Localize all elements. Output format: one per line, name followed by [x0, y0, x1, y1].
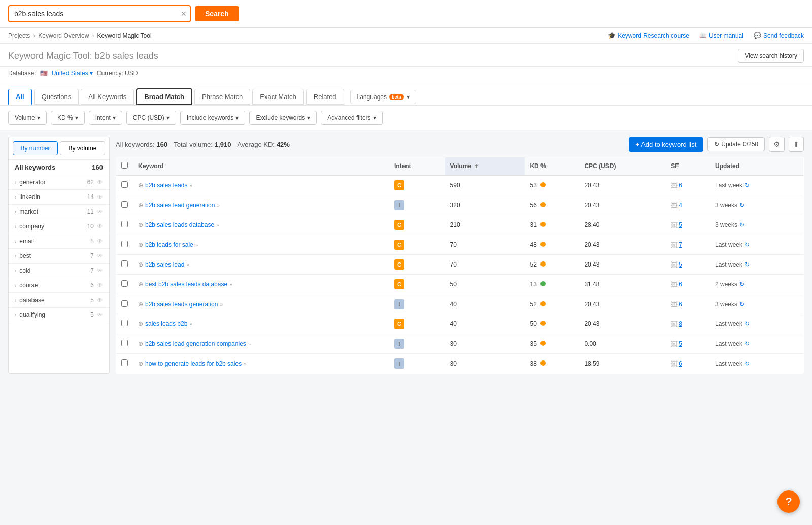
add-to-keyword-list-button[interactable]: + Add to keyword list	[629, 137, 704, 152]
eye-icon[interactable]: 👁	[97, 252, 103, 259]
sidebar-item-generator[interactable]: › generator 62 👁	[9, 175, 109, 190]
keyword-link[interactable]: ⊕ sales leads b2b »	[138, 320, 384, 327]
breadcrumb-projects[interactable]: Projects	[8, 32, 30, 39]
row-checkbox[interactable]	[121, 201, 128, 208]
tab-related[interactable]: Related	[306, 89, 344, 105]
tab-broad-match[interactable]: Broad Match	[136, 88, 192, 105]
row-checkbox[interactable]	[121, 320, 128, 326]
cpc-filter[interactable]: CPC (USD) ▾	[126, 111, 176, 125]
kd-column-header[interactable]: KD %	[525, 157, 579, 176]
select-all-checkbox[interactable]	[121, 162, 128, 169]
languages-button[interactable]: Languages beta ▾	[350, 90, 416, 104]
sf-number[interactable]: 5	[679, 261, 682, 268]
sort-by-volume-button[interactable]: By volume	[60, 141, 105, 155]
row-checkbox[interactable]	[121, 260, 128, 267]
keyword-link[interactable]: ⊕ b2b sales leads »	[138, 182, 384, 189]
eye-icon[interactable]: 👁	[97, 267, 103, 274]
eye-icon[interactable]: 👁	[97, 179, 103, 186]
tab-all[interactable]: All	[8, 89, 32, 105]
tab-questions[interactable]: Questions	[34, 89, 79, 105]
row-checkbox[interactable]	[121, 359, 128, 366]
search-input[interactable]	[8, 5, 191, 22]
sidebar-item-best[interactable]: › best 7 👁	[9, 249, 109, 264]
search-button[interactable]: Search	[195, 6, 239, 21]
sidebar-item-linkedin[interactable]: › linkedin 14 👁	[9, 190, 109, 205]
sidebar-item-database[interactable]: › database 5 👁	[9, 293, 109, 308]
sf-number[interactable]: 6	[679, 360, 682, 367]
keyword-link[interactable]: ⊕ b2b leads for sale »	[138, 241, 384, 248]
refresh-button[interactable]: ↻	[745, 320, 750, 327]
sf-number[interactable]: 5	[679, 221, 682, 228]
eye-icon[interactable]: 👁	[97, 282, 103, 289]
row-checkbox[interactable]	[121, 300, 128, 307]
view-history-button[interactable]: View search history	[738, 49, 804, 63]
sf-number[interactable]: 7	[679, 241, 682, 248]
keyword-research-course-link[interactable]: 🎓 Keyword Research course	[608, 32, 689, 39]
keyword-link[interactable]: ⊕ how to generate leads for b2b sales »	[138, 360, 384, 367]
sf-number[interactable]: 5	[679, 340, 682, 347]
row-checkbox[interactable]	[121, 340, 128, 346]
sidebar-item-qualifying[interactable]: › qualifying 5 👁	[9, 308, 109, 322]
sf-number[interactable]: 6	[679, 281, 682, 288]
advanced-filters[interactable]: Advanced filters ▾	[321, 111, 382, 125]
eye-icon[interactable]: 👁	[97, 193, 103, 201]
tab-phrase-match[interactable]: Phrase Match	[194, 89, 250, 105]
eye-icon[interactable]: 👁	[97, 311, 103, 318]
user-manual-link[interactable]: 📖 User manual	[699, 32, 743, 39]
eye-icon[interactable]: 👁	[97, 238, 103, 245]
sidebar-all-keywords[interactable]: All keywords 160	[9, 160, 109, 175]
sidebar-item-market[interactable]: › market 11 👁	[9, 205, 109, 219]
update-button[interactable]: ↻ Update 0/250	[707, 137, 765, 151]
tab-exact-match[interactable]: Exact Match	[252, 89, 304, 105]
sidebar-item-cold[interactable]: › cold 7 👁	[9, 264, 109, 278]
cpc-column-header[interactable]: CPC (USD)	[579, 157, 666, 176]
refresh-button[interactable]: ↻	[745, 241, 750, 248]
keyword-link[interactable]: ⊕ best b2b sales leads database »	[138, 281, 384, 288]
row-checkbox[interactable]	[121, 221, 128, 227]
eye-icon[interactable]: 👁	[97, 208, 103, 215]
sort-by-number-button[interactable]: By number	[13, 141, 58, 155]
volume-column-header[interactable]: Volume ⬆	[445, 157, 525, 176]
kd-filter[interactable]: KD % ▾	[51, 111, 85, 125]
exclude-keywords-filter[interactable]: Exclude keywords ▾	[249, 111, 317, 125]
refresh-button[interactable]: ↻	[745, 340, 750, 347]
refresh-button[interactable]: ↻	[739, 221, 745, 228]
sf-number[interactable]: 8	[679, 320, 682, 327]
search-clear-button[interactable]: ✕	[181, 10, 187, 18]
country-selector[interactable]: United States ▾	[52, 70, 93, 77]
breadcrumb-keyword-overview[interactable]: Keyword Overview	[38, 32, 89, 39]
eye-icon[interactable]: 👁	[97, 297, 103, 304]
keyword-link[interactable]: ⊕ b2b sales leads generation »	[138, 301, 384, 308]
intent-filter[interactable]: Intent ▾	[89, 111, 122, 125]
sidebar-item-company[interactable]: › company 10 👁	[9, 219, 109, 234]
refresh-button[interactable]: ↻	[745, 182, 750, 189]
keyword-link[interactable]: ⊕ b2b sales leads database »	[138, 221, 384, 228]
refresh-button[interactable]: ↻	[745, 360, 750, 367]
include-keywords-filter[interactable]: Include keywords ▾	[180, 111, 246, 125]
keyword-link[interactable]: ⊕ b2b sales lead generation companies »	[138, 340, 384, 347]
sf-number[interactable]: 6	[679, 182, 682, 189]
keyword-link[interactable]: ⊕ b2b sales lead generation »	[138, 202, 384, 209]
refresh-button[interactable]: ↻	[739, 281, 745, 288]
send-feedback-link[interactable]: 💬 Send feedback	[754, 32, 804, 39]
row-checkbox[interactable]	[121, 181, 128, 188]
volume-filter[interactable]: Volume ▾	[8, 111, 47, 125]
keyword-column-header[interactable]: Keyword	[133, 157, 389, 176]
refresh-button[interactable]: ↻	[739, 202, 745, 209]
sf-number[interactable]: 4	[679, 202, 682, 209]
eye-icon[interactable]: 👁	[97, 223, 103, 230]
refresh-button[interactable]: ↻	[739, 301, 745, 308]
sidebar-item-course[interactable]: › course 6 👁	[9, 278, 109, 293]
settings-button[interactable]: ⚙	[769, 137, 785, 152]
export-button[interactable]: ⬆	[789, 137, 804, 152]
row-checkbox[interactable]	[121, 280, 128, 287]
row-checkbox[interactable]	[121, 241, 128, 247]
keyword-link[interactable]: ⊕ b2b sales lead »	[138, 261, 384, 268]
sf-column-header[interactable]: SF	[666, 157, 710, 176]
sidebar-item-email[interactable]: › email 8 👁	[9, 234, 109, 249]
intent-column-header[interactable]: Intent	[389, 157, 445, 176]
refresh-button[interactable]: ↻	[745, 261, 750, 268]
updated-column-header[interactable]: Updated	[710, 157, 803, 176]
sf-number[interactable]: 6	[679, 301, 682, 308]
tab-all-keywords[interactable]: All Keywords	[81, 89, 134, 105]
